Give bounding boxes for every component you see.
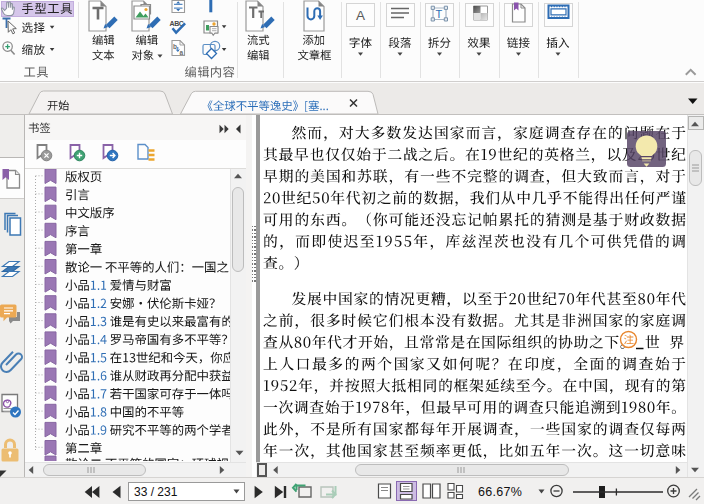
svg-text:b: b	[173, 43, 177, 50]
svg-text:a: a	[180, 49, 184, 56]
svg-text:A: A	[356, 8, 365, 23]
svg-text:T: T	[436, 8, 443, 20]
